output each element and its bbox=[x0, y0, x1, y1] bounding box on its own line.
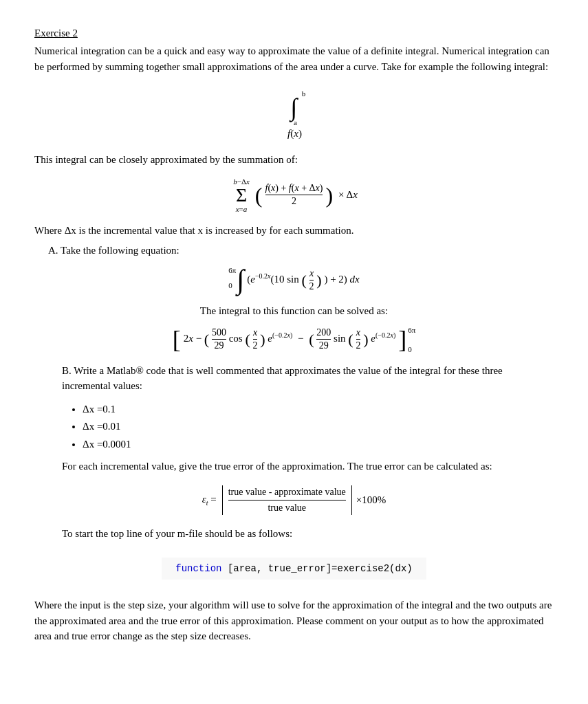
true-error-intro: For each incremental value, give the tru… bbox=[62, 459, 554, 474]
incremental-values-list: Δx =0.1 Δx =0.01 Δx =0.0001 bbox=[83, 401, 554, 454]
list-item-1: Δx =0.1 bbox=[83, 401, 554, 419]
summation-intro-text: This integral can be closely approximate… bbox=[34, 152, 554, 168]
where-text: Where Δx is the incremental value that x… bbox=[34, 223, 554, 239]
list-item-2: Δx =0.01 bbox=[83, 418, 554, 436]
intro-paragraph: Numerical integration can be a quick and… bbox=[34, 43, 554, 74]
list-item-3: Δx =0.0001 bbox=[83, 436, 554, 454]
code-keyword: function bbox=[175, 563, 221, 574]
integral-fx-display: b ∫ a f(x) bbox=[34, 88, 554, 140]
part-b-label: B. Write a Matlab® code that is well com… bbox=[62, 363, 554, 394]
code-rest: [area, true_error]=exercise2(dx) bbox=[221, 563, 412, 574]
definite-integral-display: 6π 0 ∫ (e−0.2x(10 sin ( x 2 ) ) + 2) dx bbox=[34, 266, 554, 294]
exercise-title: Exercise 2 bbox=[34, 28, 554, 39]
final-paragraph: Where the input is the step size, your a… bbox=[34, 597, 554, 644]
part-a-label: A. Take the following equation: bbox=[48, 245, 554, 256]
true-error-formula: εt = true value - approximate value true… bbox=[34, 485, 554, 515]
mfile-text: To start the top line of your m-file sho… bbox=[62, 526, 554, 542]
solution-formula: [ 2x − ( 500 29 cos ( x 2 ) e(−0.2x) − (… bbox=[34, 326, 554, 353]
code-block: function [area, true_error]=exercise2(dx… bbox=[34, 549, 554, 588]
summation-formula: b−Δx Σ x=a ( f(x) + f(x + Δx) 2 ) × Δx bbox=[34, 177, 554, 213]
integral-solve-text: The integral to this function can be sol… bbox=[34, 303, 554, 319]
